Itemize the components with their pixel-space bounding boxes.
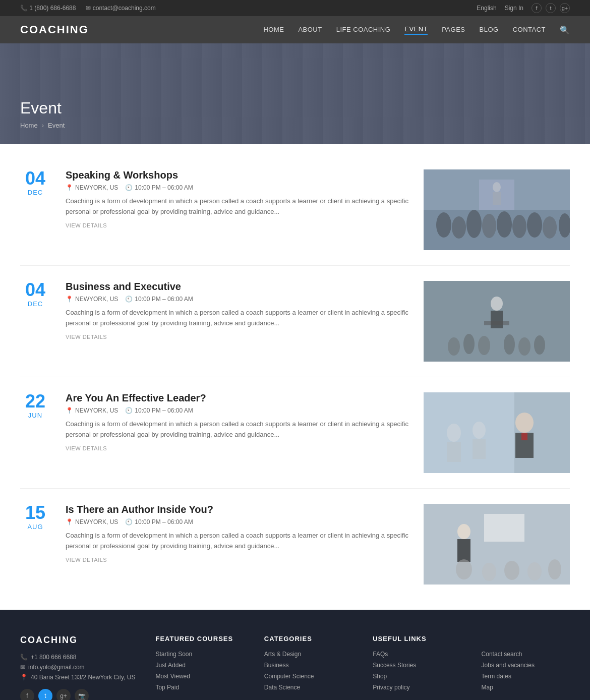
nav-about[interactable]: ABOUT <box>298 26 322 34</box>
event-location: 📍 NEWYORK, US <box>66 407 118 414</box>
footer-col-courses: FEATURED COURSES Starting Soon Just Adde… <box>155 635 244 700</box>
event-meta: 📍 NEWYORK, US 🕙 10:00 PM – 06:00 AM <box>66 407 408 414</box>
view-details-link[interactable]: VIEW DETAILS <box>66 334 408 340</box>
footer-link-map[interactable]: Map <box>482 684 570 691</box>
event-body: Are You An Effective Leader? 📍 NEWYORK, … <box>66 392 408 451</box>
footer-link-just-added[interactable]: Just Added <box>155 662 244 669</box>
view-details-link[interactable]: VIEW DETAILS <box>66 222 408 228</box>
svg-point-24 <box>534 335 545 355</box>
footer-link-faqs[interactable]: FAQs <box>373 651 461 658</box>
facebook-icon[interactable]: f <box>532 3 542 13</box>
footer-instagram-icon[interactable]: 📷 <box>75 689 89 700</box>
footer-link-shop[interactable]: Shop <box>373 673 461 680</box>
footer-social: f t g+ 📷 <box>20 689 135 700</box>
svg-point-23 <box>518 337 530 356</box>
event-body: Business and Executive 📍 NEWYORK, US 🕙 1… <box>66 281 408 340</box>
footer-link-success[interactable]: Success Stories <box>373 662 461 669</box>
svg-rect-33 <box>473 439 486 459</box>
event-item: 04 DEC Business and Executive 📍 NEWYORK,… <box>20 266 570 377</box>
svg-point-6 <box>497 211 512 238</box>
nav-blog[interactable]: BLOG <box>480 26 499 34</box>
site-logo[interactable]: COACHING <box>20 23 89 36</box>
search-icon[interactable]: 🔍 <box>560 25 570 35</box>
event-day: 04 <box>20 281 50 299</box>
nav-home[interactable]: HOME <box>263 26 284 34</box>
svg-point-2 <box>436 212 451 238</box>
breadcrumb-home[interactable]: Home <box>20 122 38 129</box>
footer-link-term-dates[interactable]: Term dates <box>482 673 570 680</box>
svg-point-27 <box>515 413 534 433</box>
footer-col-title-courses: FEATURED COURSES <box>155 635 244 643</box>
svg-point-3 <box>452 216 466 239</box>
nav-contact[interactable]: CONTACT <box>513 26 546 34</box>
nav-pages[interactable]: PAGES <box>442 26 465 34</box>
svg-rect-29 <box>521 433 527 440</box>
svg-rect-26 <box>424 392 514 473</box>
nav-event[interactable]: EVENT <box>404 25 428 35</box>
view-details-link[interactable]: VIEW DETAILS <box>66 445 408 451</box>
event-meta: 📍 NEWYORK, US 🕙 10:00 PM – 06:00 AM <box>66 296 408 303</box>
footer-link-contact-search[interactable]: Contact search <box>482 651 570 658</box>
footer-brand: COACHING 📞 +1 800 666 6688 ✉ info.yolo@g… <box>20 635 135 700</box>
svg-point-5 <box>482 214 496 238</box>
google-plus-icon[interactable]: g+ <box>560 3 570 13</box>
svg-rect-13 <box>493 192 501 205</box>
footer-link-business[interactable]: Business <box>264 662 352 669</box>
event-month: DEC <box>20 189 50 196</box>
signin-link[interactable]: Sign In <box>505 5 523 12</box>
nav-life-coaching[interactable]: LIFE COACHING <box>336 26 391 34</box>
event-location: 📍 NEWYORK, US <box>66 184 118 191</box>
footer-phone: 📞 +1 800 666 6688 <box>20 654 135 661</box>
event-title: Business and Executive <box>66 281 408 293</box>
phone-info: 📞 1 (800) 686-6688 <box>20 5 76 12</box>
event-image-placeholder <box>424 281 570 362</box>
svg-point-39 <box>456 559 472 579</box>
view-details-link[interactable]: VIEW DETAILS <box>66 557 408 563</box>
event-date-block: 04 DEC <box>20 169 50 196</box>
event-day: 04 <box>20 169 50 188</box>
event-location: 📍 NEWYORK, US <box>66 296 118 303</box>
clock-icon: 🕙 <box>125 184 133 191</box>
svg-point-4 <box>466 210 482 238</box>
top-bar-left: 📞 1 (800) 686-6688 ✉ contact@coaching.co… <box>20 5 156 12</box>
footer-link-arts[interactable]: Arts & Design <box>264 651 352 658</box>
event-description: Coaching is a form of development in whi… <box>66 196 408 217</box>
footer-facebook-icon[interactable]: f <box>20 689 34 700</box>
event-title: Is There an Author Inside You? <box>66 504 408 515</box>
footer-link-cs[interactable]: Computer Science <box>264 673 352 680</box>
twitter-icon[interactable]: t <box>546 3 556 13</box>
footer-logo[interactable]: COACHING <box>20 635 135 646</box>
footer-cols-right: FEATURED COURSES Starting Soon Just Adde… <box>155 635 570 700</box>
hero-overlay <box>0 43 590 144</box>
footer-link-top-paid[interactable]: Top Paid <box>155 684 244 691</box>
event-item: 15 AUG Is There an Author Inside You? 📍 … <box>20 489 570 600</box>
footer-link-datascience[interactable]: Data Science <box>264 684 352 691</box>
phone-icon: 📞 <box>20 654 28 661</box>
event-month: JUN <box>20 412 50 419</box>
event-image-placeholder <box>424 504 570 585</box>
footer-address: 📍 40 Baria Sreet 133/2 NewYork City, US <box>20 674 135 681</box>
svg-point-12 <box>493 182 501 192</box>
event-time: 🕙 10:00 PM – 06:00 AM <box>125 407 193 414</box>
main-nav: HOME ABOUT LIFE COACHING EVENT PAGES BLO… <box>263 25 570 35</box>
event-body: Speaking & Workshops 📍 NEWYORK, US 🕙 10:… <box>66 169 408 228</box>
header: COACHING HOME ABOUT LIFE COACHING EVENT … <box>0 16 590 43</box>
svg-point-32 <box>473 422 486 439</box>
event-month: AUG <box>20 523 50 531</box>
event-image-placeholder <box>424 169 570 250</box>
event-title: Speaking & Workshops <box>66 169 408 181</box>
social-icons: f t g+ <box>532 3 570 13</box>
top-bar-right: English Sign In f t g+ <box>477 3 570 13</box>
language-selector[interactable]: English <box>477 5 496 12</box>
event-location: 📍 NEWYORK, US <box>66 518 118 526</box>
footer-link-most-viewed[interactable]: Most Viewed <box>155 673 244 680</box>
event-date-block: 22 JUN <box>20 392 50 419</box>
footer-link-starting-soon[interactable]: Starting Soon <box>155 651 244 658</box>
footer-col-categories: CATEGORIES Arts & Design Business Comput… <box>264 635 352 700</box>
svg-point-20 <box>463 334 475 354</box>
footer-twitter-icon[interactable]: t <box>38 689 52 700</box>
footer-link-jobs[interactable]: Jobs and vacancies <box>482 662 570 669</box>
event-time: 🕙 10:00 PM – 06:00 AM <box>125 184 193 191</box>
footer-link-privacy[interactable]: Privacy policy <box>373 684 461 691</box>
footer-googleplus-icon[interactable]: g+ <box>56 689 71 700</box>
